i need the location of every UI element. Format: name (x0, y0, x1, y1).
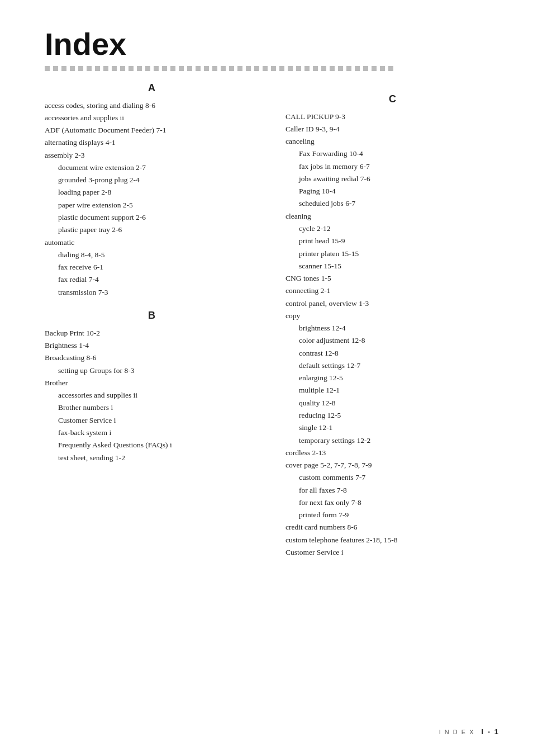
index-entry: Brother (45, 377, 259, 389)
index-entry: assembly 2-3 (45, 149, 259, 162)
index-entry: setting up Groups for 8-3 (58, 365, 259, 377)
divider-dot (321, 66, 326, 71)
index-entry: Paging 10-4 (299, 185, 499, 197)
divider-dot (137, 66, 142, 71)
index-entry: fax receive 6-1 (58, 261, 259, 273)
divider-dot (237, 66, 242, 71)
index-entry: fax redial 7-4 (58, 273, 259, 286)
divider-dot (87, 66, 92, 71)
index-entry: credit card numbers 8-6 (285, 521, 499, 533)
divider-dot (53, 66, 58, 71)
index-entry: fax-back system i (58, 427, 259, 439)
index-entry: cover page 5-2, 7-7, 7-8, 7-9 (285, 459, 499, 471)
divider-dot (61, 66, 66, 71)
index-entry: enlarging 12-5 (299, 372, 499, 384)
index-entry: accessories and supplies ii (58, 389, 259, 401)
index-entry: document wire extension 2-7 (58, 162, 259, 174)
divider-dot (179, 66, 184, 71)
index-entry: transmission 7-3 (58, 286, 259, 299)
divider-dot (288, 66, 293, 71)
divider-dot (279, 66, 284, 71)
divider-dot (246, 66, 251, 71)
column-1: CCALL PICKUP 9-3Caller ID 9-3, 9-4cancel… (285, 82, 499, 559)
divider-dot (330, 66, 335, 71)
section-letter-B: B (45, 310, 259, 322)
index-entry: for all faxes 7-8 (299, 484, 499, 497)
index-entry: printer platen 15-15 (299, 248, 499, 260)
index-entry: copy (285, 310, 499, 322)
divider-dot (229, 66, 234, 71)
index-entry: custom telephone features 2-18, 15-8 (285, 534, 499, 546)
index-entry: scheduled jobs 6-7 (299, 197, 499, 210)
index-entry: CNG tones 1-5 (285, 272, 499, 285)
divider-dot (154, 66, 159, 71)
divider-dot (263, 66, 268, 71)
index-entry: custom comments 7-7 (299, 471, 499, 484)
divider-dot (254, 66, 259, 71)
index-entry: for next fax only 7-8 (299, 497, 499, 509)
index-entry: multiple 12-1 (299, 384, 499, 396)
index-entry: temporary settings 12-2 (299, 434, 499, 447)
divider-dot (212, 66, 217, 71)
index-entry: quality 12-8 (299, 397, 499, 409)
divider-dot (145, 66, 150, 71)
index-entry: reducing 12-5 (299, 409, 499, 422)
index-entry: paper wire extension 2-5 (58, 199, 259, 211)
column-0: Aaccess codes, storing and dialing 8-6ac… (45, 82, 259, 559)
divider-dots (45, 66, 499, 71)
index-entry: jobs awaiting redial 7-6 (299, 173, 499, 185)
index-entry: scanner 15-15 (299, 260, 499, 272)
footer-label: I N D E X (439, 729, 475, 735)
divider-dot (271, 66, 276, 71)
footer: I N D E X I - 1 (439, 727, 499, 736)
divider-dot (363, 66, 368, 71)
divider-dot (388, 66, 393, 71)
index-entry: automatic (45, 237, 259, 249)
index-entry: Frequently Asked Questions (FAQs) i (58, 439, 259, 451)
page-title: Index (45, 27, 499, 62)
divider-dot (129, 66, 134, 71)
section-letter-A: A (45, 82, 259, 94)
index-entry: control panel, overview 1-3 (285, 297, 499, 310)
divider-dot (338, 66, 343, 71)
divider-dot (296, 66, 301, 71)
divider-dot (78, 66, 83, 71)
index-entry: Fax Forwarding 10-4 (299, 148, 499, 160)
index-columns: Aaccess codes, storing and dialing 8-6ac… (45, 82, 499, 559)
index-entry: fax jobs in memory 6-7 (299, 160, 499, 173)
index-entry: Brother numbers i (58, 401, 259, 414)
divider-dot (221, 66, 226, 71)
divider-dot (103, 66, 108, 71)
index-entry: cordless 2-13 (285, 447, 499, 459)
index-entry: alternating displays 4-1 (45, 136, 259, 149)
index-entry: Caller ID 9-3, 9-4 (285, 123, 499, 135)
index-entry: plastic document support 2-6 (58, 211, 259, 224)
index-entry: grounded 3-prong plug 2-4 (58, 174, 259, 186)
index-entry: contrast 12-8 (299, 347, 499, 360)
index-entry: ADF (Automatic Document Feeder) 7-1 (45, 124, 259, 136)
index-entry: Backup Print 10-2 (45, 327, 259, 339)
index-entry: Customer Service i (285, 546, 499, 559)
divider-dot (196, 66, 201, 71)
index-entry: default settings 12-7 (299, 360, 499, 372)
index-entry: plastic paper tray 2-6 (58, 224, 259, 236)
section-letter-C: C (285, 93, 499, 105)
divider-dot (204, 66, 209, 71)
divider-dot (380, 66, 385, 71)
divider-dot (45, 66, 50, 71)
divider-dot (120, 66, 125, 71)
footer-page: I - 1 (482, 727, 499, 736)
index-entry: loading paper 2-8 (58, 186, 259, 199)
divider-dot (187, 66, 192, 71)
index-entry: Customer Service i (58, 414, 259, 427)
index-entry: printed form 7-9 (299, 509, 499, 521)
index-entry: color adjustment 12-8 (299, 334, 499, 347)
index-entry: accessories and supplies ii (45, 112, 259, 124)
index-entry: print head 15-9 (299, 235, 499, 247)
index-entry: dialing 8-4, 8-5 (58, 249, 259, 261)
index-entry: cleaning (285, 210, 499, 223)
index-entry: access codes, storing and dialing 8-6 (45, 100, 259, 112)
index-entry: brightness 12-4 (299, 322, 499, 334)
index-entry: test sheet, sending 1-2 (58, 452, 259, 464)
divider-dot (70, 66, 75, 71)
